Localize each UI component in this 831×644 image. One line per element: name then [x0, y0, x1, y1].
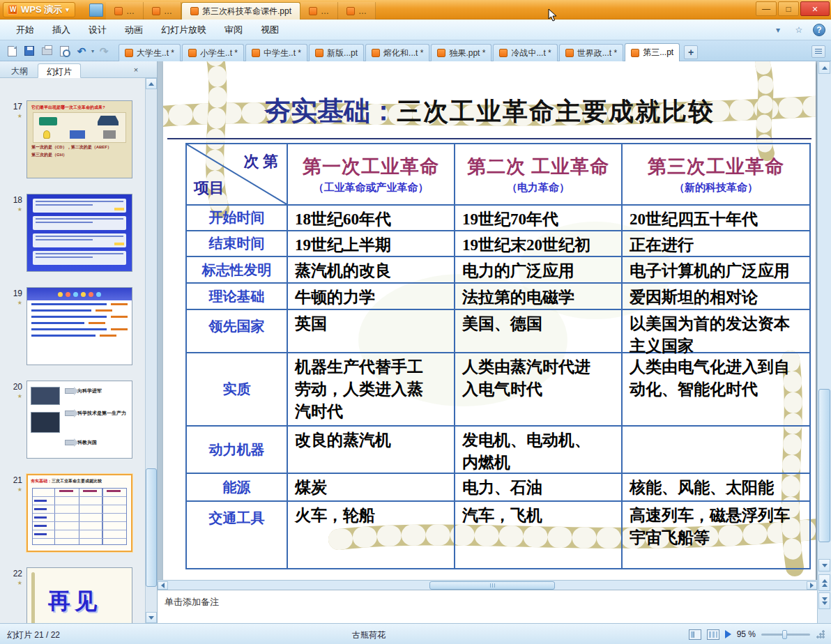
table-corner-cell[interactable]: 次 第 项目	[187, 144, 288, 206]
table-cell[interactable]	[623, 427, 809, 474]
table-cell[interactable]: 核能、风能、太阳能	[623, 474, 809, 502]
scrollbar-thumb[interactable]	[146, 468, 157, 587]
horizontal-scrollbar[interactable]	[158, 580, 817, 590]
menu-design[interactable]: 设计	[79, 20, 116, 40]
table-cell[interactable]: 电力、石油	[455, 474, 623, 502]
home-tab-icon[interactable]	[89, 3, 103, 17]
scroll-down-icon[interactable]	[146, 612, 157, 623]
table-cell[interactable]: 以美国为首的发达资本 主义国家	[623, 310, 809, 353]
column-header[interactable]: 第二次 工业革命 （电力革命）	[455, 144, 623, 206]
row-label[interactable]: 动力机器	[187, 427, 288, 474]
row-label[interactable]: 开始时间	[187, 206, 288, 231]
menu-insert[interactable]: 插入	[43, 20, 79, 40]
tab-outline[interactable]: 大纲	[3, 63, 36, 78]
undo-dropdown-icon[interactable]: ▾	[91, 48, 94, 54]
undo-button[interactable]: ↶	[74, 43, 89, 59]
slide-thumbnail-17[interactable]: 17 ★ 它们最早出现是哪一次工业革命的成果? 第一次的是（CD），第二次的是（…	[0, 100, 145, 190]
scrollbar-thumb[interactable]	[818, 389, 830, 542]
slide-sorter-view-button[interactable]	[707, 629, 719, 640]
table-cell[interactable]: 20世纪四五十年代	[623, 206, 809, 231]
menu-animation[interactable]: 动画	[116, 20, 152, 40]
menu-review[interactable]: 审阅	[215, 20, 252, 40]
panel-scrollbar[interactable]	[145, 78, 157, 623]
table-cell[interactable]: 煤炭	[288, 474, 455, 502]
resize-grip[interactable]	[816, 629, 825, 639]
table-cell[interactable]: 19世纪70年代	[455, 206, 623, 231]
minimize-button[interactable]: —	[756, 1, 777, 16]
row-label[interactable]: 结束时间	[187, 231, 288, 257]
print-preview-button[interactable]	[56, 43, 72, 59]
file-tab[interactable]: 世界政...t *	[559, 44, 623, 61]
file-tab[interactable]: 熔化和...t *	[365, 44, 429, 61]
table-cell[interactable]: 英国	[288, 310, 455, 353]
tab-slides[interactable]: 幻灯片	[38, 63, 81, 78]
file-tab[interactable]: 独果.ppt *	[431, 44, 491, 61]
table-cell[interactable]: 19世纪末20世纪初	[455, 231, 623, 257]
table-cell[interactable]: 电力的广泛应用	[455, 257, 623, 284]
slideshow-play-button[interactable]	[725, 630, 731, 638]
table-cell[interactable]: 高速列车，磁悬浮列车 宇宙飞船等	[623, 502, 809, 568]
row-label[interactable]: 标志性发明	[187, 257, 288, 284]
table-cell[interactable]: 机器生产代替手工 劳动，人类进入蒸 汽时代	[288, 353, 455, 427]
slide-title[interactable]: 夯实基础：三次工业革命主要成就比较	[163, 93, 816, 129]
table-cell[interactable]: 爱因斯坦的相对论	[623, 284, 809, 310]
table-cell[interactable]: 美国、德国	[455, 310, 623, 353]
comparison-table[interactable]: 次 第 项目 第一次工业革命 （工业革命或产业革命） 第二次 工业革命 （电力革…	[185, 143, 811, 569]
slide-thumbnail-21-selected[interactable]: 21 ★ 夯实基础：三次工业革命主要成就比较	[0, 474, 145, 563]
file-tab-active[interactable]: 第三...pt	[625, 43, 680, 61]
window-tab-active[interactable]: 第三次科技革命课件.ppt	[181, 2, 300, 20]
slide-canvas[interactable]: 夯实基础：三次工业革命主要成就比较 次 第 项目 第一次工业革命 （工业革命或产…	[163, 61, 816, 580]
table-cell[interactable]: 人类由电气化进入到自 动化、智能化时代	[623, 353, 809, 427]
row-label[interactable]: 领先国家	[187, 310, 288, 353]
table-cell[interactable]: 法拉第的电磁学	[455, 284, 623, 310]
table-cell[interactable]: 人类由蒸汽时代进 入电气时代	[455, 353, 623, 427]
column-header[interactable]: 第三次工业革命 （新的科技革命）	[623, 144, 809, 206]
close-button[interactable]: ×	[800, 1, 830, 16]
slide-thumbnail-22[interactable]: 22 ★ 再见	[0, 567, 145, 623]
table-cell[interactable]: 19世纪上半期	[288, 231, 455, 257]
file-tab[interactable]: 冷战中...t *	[493, 44, 557, 61]
table-cell[interactable]: 牛顿的力学	[288, 284, 455, 310]
table-cell[interactable]: 改良的蒸汽机	[288, 427, 455, 474]
row-label[interactable]: 实质	[187, 353, 288, 427]
next-slide-button[interactable]	[818, 592, 830, 609]
zoom-slider[interactable]	[761, 634, 810, 636]
menu-start[interactable]: 开始	[7, 20, 43, 40]
slide-thumbnail-19[interactable]: 19 ★	[0, 287, 145, 376]
app-menu-button[interactable]: WPS 演示 ▾	[3, 2, 75, 17]
file-tab[interactable]: 中学生..t *	[245, 44, 307, 61]
print-button[interactable]	[39, 43, 54, 59]
zoom-level[interactable]: 95 %	[737, 629, 756, 639]
scrollbar-thumb[interactable]	[429, 581, 555, 590]
window-tab[interactable]: …	[144, 2, 181, 20]
new-document-button[interactable]	[4, 43, 20, 59]
table-cell[interactable]: 蒸汽机的改良	[288, 257, 455, 284]
notes-pane[interactable]: 单击添加备注	[158, 590, 817, 623]
window-tab[interactable]: …	[300, 2, 338, 20]
collapse-ribbon-icon[interactable]: ▾	[771, 23, 785, 37]
window-tab[interactable]: …	[338, 2, 376, 20]
table-cell[interactable]: 18世纪60年代	[288, 206, 455, 231]
file-tab[interactable]: 大学生..t *	[119, 44, 181, 61]
help-icon[interactable]: ?	[813, 24, 825, 36]
previous-slide-button[interactable]	[818, 574, 830, 591]
new-tab-button[interactable]: +	[684, 45, 698, 59]
scroll-up-icon[interactable]	[818, 61, 830, 74]
normal-view-button[interactable]	[689, 629, 701, 640]
table-cell[interactable]: 正在进行	[623, 231, 809, 257]
maximize-button[interactable]: □	[778, 1, 799, 16]
skin-icon[interactable]: ☆	[792, 23, 806, 37]
scroll-left-icon[interactable]	[158, 581, 168, 590]
panel-close-icon[interactable]: ×	[130, 64, 142, 75]
file-tab[interactable]: 新版...pt	[309, 44, 364, 61]
scroll-up-icon[interactable]	[146, 78, 157, 89]
file-tab[interactable]: 小学生..t *	[182, 44, 244, 61]
redo-button[interactable]: ↷	[96, 43, 112, 59]
scroll-right-icon[interactable]	[807, 581, 817, 590]
window-tab[interactable]: …	[106, 2, 144, 20]
tab-list-button[interactable]	[811, 45, 825, 58]
slide-thumbnail-20[interactable]: 20 ★ 向科学进军 科学技术是第一生产力 科教兴国	[0, 381, 145, 470]
slide-thumbnail-18[interactable]: 18 ★	[0, 194, 145, 283]
save-button[interactable]	[22, 43, 37, 59]
row-label[interactable]: 能源	[187, 474, 288, 502]
